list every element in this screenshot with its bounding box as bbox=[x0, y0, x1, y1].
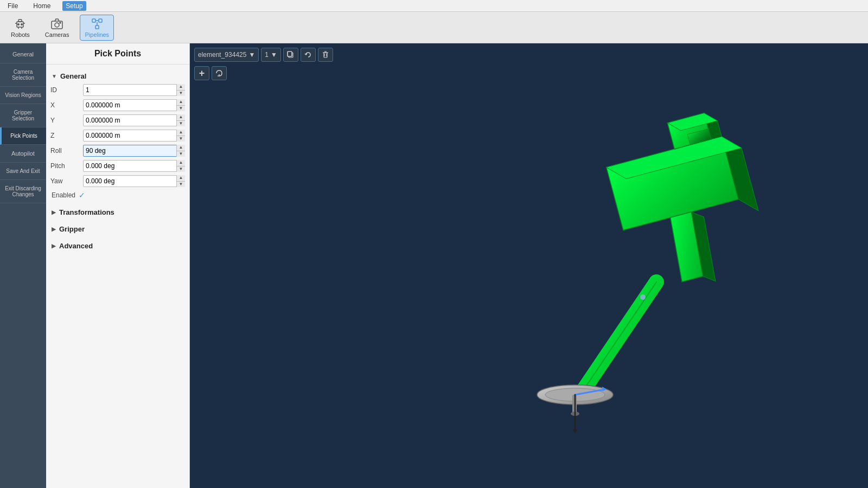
toolbar-cameras-label: Cameras bbox=[45, 31, 69, 38]
input-id[interactable] bbox=[83, 84, 185, 96]
input-wrap-pitch: ▲ ▼ bbox=[83, 160, 185, 172]
section-general: ▼ General ID ▲ ▼ X bbox=[50, 69, 185, 203]
spin-y-down[interactable]: ▼ bbox=[177, 121, 185, 127]
enabled-label: Enabled bbox=[52, 191, 75, 199]
spin-y-up[interactable]: ▲ bbox=[177, 114, 185, 121]
menu-setup[interactable]: Setup bbox=[62, 1, 86, 11]
input-wrap-x: ▲ ▼ bbox=[83, 99, 185, 111]
svg-point-3 bbox=[21, 23, 22, 24]
input-wrap-id: ▲ ▼ bbox=[83, 84, 185, 96]
toolbar-robots-label: Robots bbox=[11, 31, 30, 38]
spin-roll-up[interactable]: ▲ bbox=[177, 145, 185, 151]
spin-y: ▲ ▼ bbox=[176, 114, 185, 126]
label-z: Z bbox=[50, 132, 83, 139]
label-id: ID bbox=[50, 86, 83, 94]
toolbar-pipelines[interactable]: Pipelines bbox=[80, 15, 114, 41]
field-x: X ▲ ▼ bbox=[50, 99, 185, 112]
sidebar-item-autopilot[interactable]: Autopilot bbox=[0, 145, 46, 163]
svg-rect-1 bbox=[18, 20, 22, 22]
label-yaw: Yaw bbox=[50, 177, 83, 185]
section-gripper: ▶ Gripper bbox=[50, 222, 185, 236]
section-transformations-header[interactable]: ▶ Transformations bbox=[50, 205, 185, 220]
spin-x-up[interactable]: ▲ bbox=[177, 99, 185, 106]
section-advanced: ▶ Advanced bbox=[50, 239, 185, 253]
section-advanced-header[interactable]: ▶ Advanced bbox=[50, 239, 185, 253]
enabled-checkbox[interactable]: ✓ bbox=[79, 191, 85, 200]
section-general-arrow: ▼ bbox=[52, 73, 57, 79]
field-id: ID ▲ ▼ bbox=[50, 84, 185, 97]
spin-id: ▲ ▼ bbox=[176, 84, 185, 96]
main-layout: General Camera Selection Vision Regions … bbox=[0, 43, 868, 488]
svg-rect-12 bbox=[99, 19, 102, 22]
menu-file[interactable]: File bbox=[4, 1, 21, 11]
label-pitch: Pitch bbox=[50, 162, 83, 170]
left-sidebar: General Camera Selection Vision Regions … bbox=[0, 43, 46, 488]
menubar: File Home Setup bbox=[0, 0, 868, 12]
spin-id-up[interactable]: ▲ bbox=[177, 84, 185, 91]
label-x: X bbox=[50, 101, 83, 109]
svg-rect-13 bbox=[95, 25, 99, 29]
spin-roll: ▲ ▼ bbox=[176, 145, 185, 157]
svg-point-9 bbox=[55, 23, 59, 27]
pipeline-icon bbox=[91, 17, 104, 30]
spin-yaw-down[interactable]: ▼ bbox=[177, 182, 185, 188]
section-transformations-label: Transformations bbox=[59, 208, 114, 216]
field-pitch: Pitch ▲ ▼ bbox=[50, 159, 185, 172]
sidebar-item-exit-discarding[interactable]: Exit Discarding Changes bbox=[0, 180, 46, 203]
spin-z-down[interactable]: ▼ bbox=[177, 136, 185, 142]
spin-z-up[interactable]: ▲ bbox=[177, 130, 185, 136]
spin-roll-down[interactable]: ▼ bbox=[177, 151, 185, 157]
robot-icon bbox=[14, 17, 27, 30]
spin-pitch-up[interactable]: ▲ bbox=[177, 160, 185, 166]
spin-yaw: ▲ ▼ bbox=[176, 175, 185, 187]
toolbar-pipelines-label: Pipelines bbox=[85, 31, 109, 38]
menu-home[interactable]: Home bbox=[30, 1, 54, 11]
sidebar-item-gripper-selection[interactable]: Gripper Selection bbox=[0, 104, 46, 127]
enabled-row: Enabled ✓ bbox=[50, 190, 185, 203]
toolbar-cameras[interactable]: Cameras bbox=[41, 15, 74, 40]
viewport[interactable]: element_934425 ▼ 1 ▼ bbox=[190, 43, 868, 488]
input-x[interactable] bbox=[83, 99, 185, 111]
input-roll[interactable] bbox=[83, 145, 185, 157]
spin-yaw-up[interactable]: ▲ bbox=[177, 175, 185, 182]
section-gripper-label: Gripper bbox=[59, 225, 85, 233]
input-y[interactable] bbox=[83, 114, 185, 126]
sidebar-item-save-and-exit[interactable]: Save And Exit bbox=[0, 163, 46, 180]
section-transformations-arrow: ▶ bbox=[52, 209, 56, 215]
sidebar-item-general[interactable]: General bbox=[0, 46, 46, 63]
input-wrap-yaw: ▲ ▼ bbox=[83, 175, 185, 187]
section-general-header[interactable]: ▼ General bbox=[50, 69, 185, 84]
svg-point-41 bbox=[640, 294, 646, 300]
section-general-label: General bbox=[60, 72, 86, 80]
camera-icon bbox=[50, 17, 63, 30]
spin-z: ▲ ▼ bbox=[176, 130, 185, 142]
section-gripper-header[interactable]: ▶ Gripper bbox=[50, 222, 185, 236]
field-z: Z ▲ ▼ bbox=[50, 129, 185, 142]
svg-rect-11 bbox=[92, 19, 95, 22]
input-wrap-z: ▲ ▼ bbox=[83, 130, 185, 142]
input-pitch[interactable] bbox=[83, 160, 185, 172]
input-yaw[interactable] bbox=[83, 175, 185, 187]
input-wrap-roll: ▲ ▼ bbox=[83, 145, 185, 157]
toolbar: Robots Cameras Pipelines bbox=[0, 12, 868, 43]
spin-x-down[interactable]: ▼ bbox=[177, 106, 185, 112]
svg-point-10 bbox=[60, 22, 61, 23]
input-z[interactable] bbox=[83, 130, 185, 142]
sidebar-item-camera-selection[interactable]: Camera Selection bbox=[0, 63, 46, 87]
sidebar-item-vision-regions[interactable]: Vision Regions bbox=[0, 87, 46, 104]
svg-line-32 bbox=[583, 282, 656, 390]
label-roll: Roll bbox=[50, 147, 83, 155]
spin-pitch: ▲ ▼ bbox=[176, 160, 185, 172]
spin-id-down[interactable]: ▼ bbox=[177, 91, 185, 97]
label-y: Y bbox=[50, 117, 83, 124]
sidebar-item-pick-points[interactable]: Pick Points bbox=[0, 127, 46, 145]
robot-3d bbox=[190, 43, 868, 488]
spin-pitch-down[interactable]: ▼ bbox=[177, 166, 185, 172]
panel-content: ▼ General ID ▲ ▼ X bbox=[46, 65, 189, 488]
section-advanced-label: Advanced bbox=[59, 242, 93, 250]
toolbar-robots[interactable]: Robots bbox=[7, 15, 34, 40]
field-roll: Roll ▲ ▼ bbox=[50, 144, 185, 157]
input-wrap-y: ▲ ▼ bbox=[83, 114, 185, 126]
spin-x: ▲ ▼ bbox=[176, 99, 185, 111]
svg-point-2 bbox=[18, 23, 19, 24]
